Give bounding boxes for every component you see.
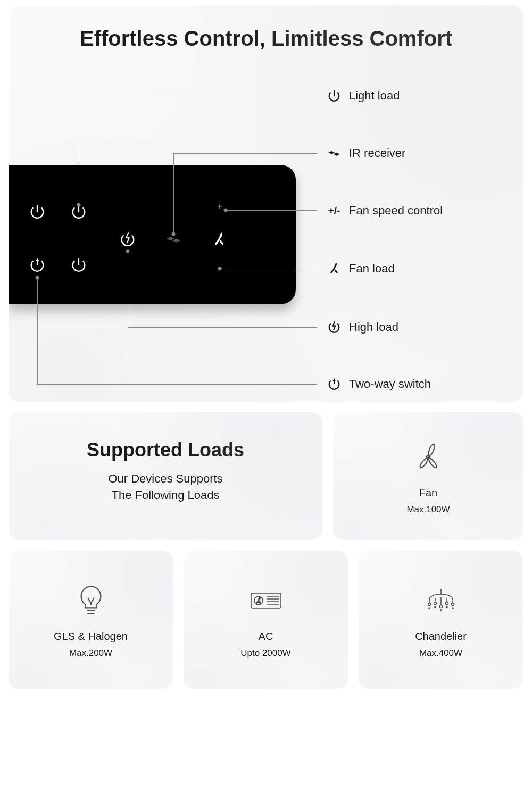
callout-label: High load xyxy=(349,320,398,334)
plusminus-icon: +/- xyxy=(327,203,342,218)
callout-high: High load xyxy=(327,320,398,335)
ac-unit-icon xyxy=(247,581,285,620)
chandelier-icon xyxy=(422,581,460,620)
supported-title-card: Supported Loads Our Devices Supports The… xyxy=(9,412,322,540)
high-load-power-icon xyxy=(118,230,137,249)
callout-label: Light load xyxy=(349,89,400,103)
callout-label: IR receiver xyxy=(349,146,405,160)
tile-max: Max.100W xyxy=(406,504,450,515)
svg-point-11 xyxy=(428,603,430,605)
svg-point-24 xyxy=(452,608,453,609)
fan-blade-icon xyxy=(210,230,229,249)
load-tile-ac: AC Upto 2000W xyxy=(184,551,348,689)
tile-label: Fan xyxy=(419,487,437,499)
svg-rect-3 xyxy=(251,593,281,608)
callout-light: Light load xyxy=(327,88,400,103)
callout-ir: IR receiver xyxy=(327,146,405,161)
svg-point-20 xyxy=(429,608,430,609)
tile-label: GLS & Halogen xyxy=(54,630,128,643)
bulb-icon xyxy=(72,581,110,620)
svg-point-13 xyxy=(434,602,436,604)
tile-label: Chandelier xyxy=(415,630,467,643)
switch-panel-device: + − xyxy=(9,165,296,304)
hero-title: Effortless Control, Limitless Comfort xyxy=(9,27,523,51)
svg-point-15 xyxy=(439,605,442,608)
svg-point-17 xyxy=(445,602,448,604)
power-icon xyxy=(327,88,342,103)
high-load-icon xyxy=(327,320,342,335)
callout-label: Two-way switch xyxy=(349,377,431,391)
load-tile-fan: Fan Max.100W xyxy=(333,412,523,540)
callout-label: Fan load xyxy=(349,262,395,276)
tile-max: Max.200W xyxy=(69,648,112,659)
tile-max: Upto 2000W xyxy=(240,648,291,659)
ir-icon xyxy=(327,146,342,161)
load-tile-chandelier: Chandelier Max.400W xyxy=(359,551,523,689)
svg-point-23 xyxy=(446,606,447,608)
plus-icon: + xyxy=(217,201,223,212)
callout-twoway: Two-way switch xyxy=(327,377,431,392)
supported-title: Supported Loads xyxy=(30,439,301,461)
fan-icon xyxy=(409,438,447,476)
power-icon xyxy=(28,202,47,221)
tile-max: Max.400W xyxy=(419,648,462,659)
callout-speed: +/- Fan speed control xyxy=(327,203,443,218)
hero-card: Effortless Control, Limitless Comfort + … xyxy=(9,5,523,402)
fan-blade-icon xyxy=(327,261,342,276)
load-tile-gls: GLS & Halogen Max.200W xyxy=(9,551,173,689)
supported-subtitle: Our Devices Supports The Following Loads xyxy=(30,471,301,504)
tile-label: AC xyxy=(259,630,273,643)
svg-point-22 xyxy=(440,610,442,611)
callout-label: Fan speed control xyxy=(349,204,443,218)
svg-point-21 xyxy=(435,606,436,608)
svg-point-19 xyxy=(451,603,454,605)
supported-row-1: Supported Loads Our Devices Supports The… xyxy=(9,412,523,540)
supported-row-2: GLS & Halogen Max.200W AC Upto 2000W Cha… xyxy=(9,551,523,689)
power-icon xyxy=(69,255,88,275)
twoway-power-icon xyxy=(28,255,47,275)
twoway-icon xyxy=(327,377,342,392)
callout-fan: Fan load xyxy=(327,261,395,276)
